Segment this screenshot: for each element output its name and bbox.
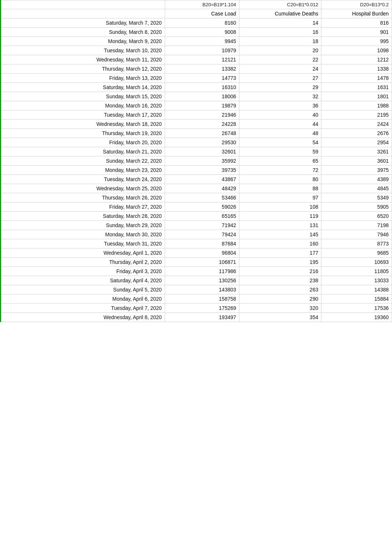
- cell-date: Monday, April 6, 2020: [1, 294, 165, 304]
- cell-deaths: 36: [239, 101, 321, 110]
- table-row: Friday, March 13, 202014773271478: [1, 74, 392, 83]
- cell-deaths: 160: [239, 239, 321, 248]
- cell-caseload: 9008: [165, 28, 239, 37]
- cell-date: Friday, April 3, 2020: [1, 267, 165, 276]
- cell-deaths: 16: [239, 28, 321, 37]
- cell-caseload: 26748: [165, 129, 239, 138]
- cell-deaths: 48: [239, 129, 321, 138]
- cell-hospital: 19360: [321, 313, 392, 322]
- cell-caseload: 43867: [165, 175, 239, 184]
- table-row: Saturday, March 14, 202016310291631: [1, 83, 392, 92]
- cell-hospital: 901: [321, 28, 392, 37]
- table-row: Saturday, March 28, 2020651651196520: [1, 212, 392, 221]
- cell-caseload: 32601: [165, 147, 239, 156]
- cell-caseload: 96804: [165, 248, 239, 258]
- cell-caseload: 193497: [165, 313, 239, 322]
- cell-caseload: 16310: [165, 83, 239, 92]
- cell-hospital: 3261: [321, 147, 392, 156]
- table-row: Thursday, April 2, 202010687119510693: [1, 258, 392, 267]
- cell-date: Friday, March 13, 2020: [1, 74, 165, 83]
- cell-caseload: 19879: [165, 101, 239, 110]
- table-row: Tuesday, March 17, 202021946402195: [1, 110, 392, 120]
- cell-date: Saturday, March 21, 2020: [1, 147, 165, 156]
- cell-hospital: 17536: [321, 304, 392, 313]
- cell-deaths: 65: [239, 156, 321, 166]
- cell-date: Sunday, March 29, 2020: [1, 221, 165, 230]
- cell-date: Tuesday, April 7, 2020: [1, 304, 165, 313]
- cell-caseload: 39735: [165, 166, 239, 175]
- table-row: Sunday, March 22, 202035992653601: [1, 156, 392, 166]
- cell-hospital: 1801: [321, 92, 392, 101]
- cell-date: Thursday, April 2, 2020: [1, 258, 165, 267]
- cell-deaths: 145: [239, 230, 321, 239]
- cell-hospital: 1212: [321, 55, 392, 64]
- cell-caseload: 48429: [165, 184, 239, 193]
- cell-deaths: 238: [239, 276, 321, 285]
- formula-date: [1, 0, 165, 9]
- cell-caseload: 35992: [165, 156, 239, 166]
- cell-deaths: 263: [239, 285, 321, 294]
- cell-date: Friday, March 20, 2020: [1, 138, 165, 147]
- cell-hospital: 14388: [321, 285, 392, 294]
- table-row: Thursday, March 26, 202053466975349: [1, 193, 392, 202]
- table-row: Sunday, March 8, 2020900816901: [1, 28, 392, 37]
- cell-deaths: 88: [239, 184, 321, 193]
- cell-caseload: 79424: [165, 230, 239, 239]
- cell-caseload: 87684: [165, 239, 239, 248]
- header-date: [1, 9, 165, 18]
- cell-caseload: 14773: [165, 74, 239, 83]
- cell-date: Tuesday, March 17, 2020: [1, 110, 165, 120]
- cell-deaths: 20: [239, 46, 321, 55]
- table-row: Friday, March 20, 202029530542954: [1, 138, 392, 147]
- table-row: Monday, March 23, 202039735723975: [1, 166, 392, 175]
- header-hospital: Hospital Burden: [321, 9, 392, 18]
- cell-hospital: 1988: [321, 101, 392, 110]
- cell-date: Wednesday, April 1, 2020: [1, 248, 165, 258]
- cell-deaths: 18: [239, 37, 321, 46]
- cell-deaths: 177: [239, 248, 321, 258]
- cell-date: Monday, March 23, 2020: [1, 166, 165, 175]
- table-row: Sunday, March 29, 2020719421317198: [1, 221, 392, 230]
- table-row: Wednesday, March 25, 202048429884845: [1, 184, 392, 193]
- cell-date: Friday, March 27, 2020: [1, 202, 165, 212]
- cell-hospital: 3601: [321, 156, 392, 166]
- cell-hospital: 6520: [321, 212, 392, 221]
- cell-hospital: 2676: [321, 129, 392, 138]
- cell-date: Monday, March 9, 2020: [1, 37, 165, 46]
- cell-date: Wednesday, March 18, 2020: [1, 120, 165, 129]
- cell-deaths: 54: [239, 138, 321, 147]
- cell-deaths: 72: [239, 166, 321, 175]
- cell-caseload: 10979: [165, 46, 239, 55]
- cell-caseload: 9945: [165, 37, 239, 46]
- cell-hospital: 15884: [321, 294, 392, 304]
- header-row: Case Load Cumulative Deaths Hospital Bur…: [1, 9, 392, 18]
- cell-deaths: 59: [239, 147, 321, 156]
- table-row: Saturday, March 21, 202032601593261: [1, 147, 392, 156]
- cell-caseload: 158758: [165, 294, 239, 304]
- cell-date: Sunday, March 8, 2020: [1, 28, 165, 37]
- table-row: Tuesday, April 7, 202017526932017536: [1, 304, 392, 313]
- cell-caseload: 117986: [165, 267, 239, 276]
- cell-deaths: 320: [239, 304, 321, 313]
- cell-caseload: 143803: [165, 285, 239, 294]
- cell-date: Saturday, March 14, 2020: [1, 83, 165, 92]
- cell-deaths: 14: [239, 18, 321, 28]
- cell-deaths: 24: [239, 64, 321, 74]
- table-row: Monday, March 9, 2020994518995: [1, 37, 392, 46]
- cell-hospital: 2424: [321, 120, 392, 129]
- cell-caseload: 12121: [165, 55, 239, 64]
- cell-hospital: 13033: [321, 276, 392, 285]
- cell-caseload: 106871: [165, 258, 239, 267]
- cell-hospital: 11805: [321, 267, 392, 276]
- cell-deaths: 290: [239, 294, 321, 304]
- cell-deaths: 354: [239, 313, 321, 322]
- cell-hospital: 995: [321, 37, 392, 46]
- cell-caseload: 59026: [165, 202, 239, 212]
- table-row: Friday, April 3, 202011798621611805: [1, 267, 392, 276]
- table-row: Monday, March 30, 2020794241457946: [1, 230, 392, 239]
- table-row: Wednesday, March 18, 202024228442424: [1, 120, 392, 129]
- cell-hospital: 1338: [321, 64, 392, 74]
- cell-hospital: 1631: [321, 83, 392, 92]
- cell-hospital: 5349: [321, 193, 392, 202]
- cell-caseload: 8160: [165, 18, 239, 28]
